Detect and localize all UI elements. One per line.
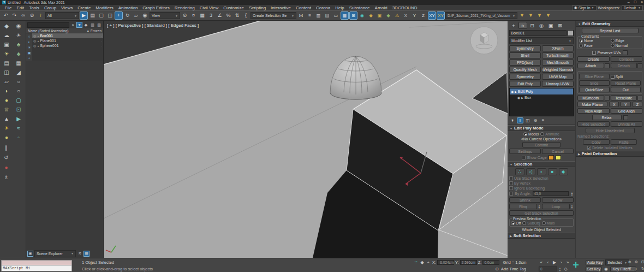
vertex-mode-icon[interactable]: ∴	[515, 168, 524, 175]
viewport-label[interactable]: [ + ] [ Perspective ] [ Standard ] [ Edg…	[107, 23, 199, 28]
expand-icon[interactable]: ▶	[521, 96, 523, 99]
perspective-viewport[interactable]: [ + ] [ Perspective ] [ Standard ] [ Edg…	[104, 21, 508, 258]
reference-coordinate-dropdown[interactable]: View▼	[150, 12, 180, 19]
schematic-view-icon[interactable]: ⊞	[349, 11, 357, 20]
hierarchy-tab-icon[interactable]: ⊟	[528, 22, 536, 29]
import-file-icon-2[interactable]: ▼	[527, 11, 535, 20]
trees-icon[interactable]: ♣	[15, 50, 23, 58]
keyboard-override-icon[interactable]: ▦	[198, 11, 206, 20]
project-path-dropdown[interactable]: D:\F_3dsmax_2021_7\King_of_Vacuum▼	[445, 12, 517, 19]
spinner-icon[interactable]: ▲▼	[570, 192, 574, 196]
by-vertex-checkbox[interactable]: By Vertex	[509, 181, 574, 185]
auto-key-button[interactable]: Auto Key	[586, 260, 604, 265]
utilities-tab-icon[interactable]: ⊠	[556, 22, 564, 29]
msmooth-settings-button[interactable]	[605, 96, 610, 100]
key-target-dropdown[interactable]: Selected▼	[605, 259, 629, 265]
spinner-snap-icon[interactable]: ⇅	[233, 11, 241, 20]
frozen-toggle[interactable]: ·	[101, 44, 102, 48]
menu-item[interactable]: Graph Editors	[140, 5, 172, 10]
modifier-button[interactable]: Edit Poly	[509, 81, 541, 87]
get-stack-selection-button[interactable]: Get Stack Selection	[509, 210, 574, 216]
preserve-uvs-checkbox[interactable]: Preserve UVs	[592, 51, 621, 55]
axis-y-button[interactable]: Y	[410, 11, 419, 20]
modifier-button[interactable]: MeshSmooth	[542, 60, 574, 66]
current-frame-field[interactable]: 0	[539, 267, 557, 271]
frozen-column-header[interactable]: Frozen	[91, 29, 102, 33]
modifier-button[interactable]: Unwrap UVW	[542, 81, 574, 87]
named-selection-sets-icon[interactable]: {	[242, 11, 250, 20]
play-icon[interactable]: ▶	[552, 259, 557, 265]
ring-button[interactable]: Ring	[509, 204, 537, 209]
menu-item[interactable]: Customize	[221, 5, 247, 10]
snaps-toggle-icon[interactable]: 3	[207, 11, 215, 20]
model-radio[interactable]: Model	[523, 132, 539, 136]
zoom-extents-icon[interactable]: ⊡	[640, 259, 644, 265]
undo-icon[interactable]: ↶	[2, 11, 10, 20]
unlink-selection-icon[interactable]: ⊘	[28, 11, 36, 20]
select-object-icon[interactable]: ▶	[80, 11, 88, 20]
show-end-result-icon[interactable]: ‖	[517, 117, 523, 123]
curve-editor-icon[interactable]: ▦	[341, 11, 349, 20]
make-planar-button[interactable]: Make Planar	[577, 102, 607, 107]
clip-icon[interactable]: ▶	[15, 115, 23, 123]
delete-isolated-vertices-checkbox[interactable]: ✓Delete Isolated Vertices	[587, 146, 633, 150]
detach-button[interactable]: Detach	[611, 63, 637, 68]
pin-column-icon[interactable]: ▥	[90, 22, 96, 28]
select-and-move-icon[interactable]: +	[115, 11, 123, 20]
y-coordinate-field[interactable]: 2,596cm	[460, 260, 477, 265]
select-by-name-icon[interactable]: ▤	[88, 11, 97, 20]
relax-button[interactable]: Relax	[592, 115, 622, 120]
menu-item[interactable]: Help	[333, 5, 347, 10]
viewcube[interactable]	[470, 27, 498, 54]
unhide-all-button[interactable]: Unhide All	[611, 121, 643, 127]
redo-icon[interactable]: ↷	[10, 11, 19, 20]
maxscript-mini-listener[interactable]: MAXScript Mi	[1, 260, 72, 271]
repeat-last-button[interactable]: Repeat Last	[582, 28, 639, 33]
toggle-layer-explorer-icon[interactable]: ▤	[323, 11, 331, 20]
paste-button[interactable]: Paste	[611, 139, 637, 145]
import-file-icon-1[interactable]: ▼	[518, 11, 526, 20]
ignore-backfacing-checkbox[interactable]: Ignore Backfacing	[509, 186, 574, 190]
sphere-yellow-icon[interactable]: ●	[3, 96, 11, 104]
viewport-navigation-plus-icon[interactable]: +	[569, 259, 583, 271]
menu-item[interactable]: Civil View	[197, 5, 221, 10]
projector-icon[interactable]: ▤	[3, 59, 11, 67]
loop-button[interactable]: Loop	[542, 204, 570, 209]
menu-item[interactable]: Group	[41, 5, 58, 10]
object-row[interactable]: ◎ ● Plane001 ·	[32, 38, 103, 43]
next-frame-icon[interactable]: ›	[558, 259, 564, 265]
cancel-button[interactable]: Cancel	[542, 149, 574, 154]
frame-icon[interactable]: ▣	[3, 40, 11, 49]
constraint-normal-radio[interactable]: Normal	[611, 44, 641, 48]
menu-item[interactable]: Rendering	[172, 5, 197, 10]
preview-multi-radio[interactable]: Multi	[542, 221, 555, 225]
selection-header[interactable]: ▼Selection	[508, 161, 575, 167]
create-button[interactable]: Create	[577, 56, 610, 62]
border-mode-icon[interactable]: ◗	[537, 168, 546, 175]
cone-icon[interactable]: ▲	[3, 115, 11, 123]
view-align-button[interactable]: View Align	[577, 108, 610, 114]
constraint-face-radio[interactable]: Face	[579, 44, 610, 48]
shrink-button[interactable]: Shrink	[509, 197, 541, 203]
export-file-icon-2[interactable]: ▼	[544, 11, 552, 20]
object-name-field[interactable]	[509, 30, 567, 36]
display-helpers-icon[interactable]: +	[27, 56, 32, 61]
modifier-button[interactable]: XForm	[542, 45, 574, 51]
slab-icon[interactable]: ▱	[3, 78, 11, 86]
time-tag[interactable]: ⊙ Add Time Tag	[494, 266, 526, 272]
render-setup-icon[interactable]: ◆	[367, 11, 375, 20]
quickslice-button[interactable]: QuickSlice	[579, 87, 610, 92]
preview-off-radio[interactable]: Off	[511, 221, 521, 225]
forest-icon[interactable]: ♣	[15, 40, 23, 49]
display-all-icon[interactable]: ○	[27, 34, 32, 39]
commit-button[interactable]: Commit	[522, 142, 560, 147]
camera-icon[interactable]: ◫	[3, 68, 11, 76]
settings-button[interactable]: Settings	[509, 149, 541, 154]
explorer-mode-dropdown[interactable]: Scene Explorer▼	[34, 250, 76, 257]
element-mode-icon[interactable]: ◆	[559, 168, 568, 175]
reset-plane-button[interactable]: Reset Plane	[611, 80, 641, 86]
prev-frame-icon[interactable]: ‹	[545, 259, 551, 265]
percent-snap-icon[interactable]: %	[224, 11, 232, 20]
spinner-icon[interactable]: ▲▼	[558, 267, 562, 271]
visibility-icon[interactable]: ◉	[517, 96, 520, 99]
